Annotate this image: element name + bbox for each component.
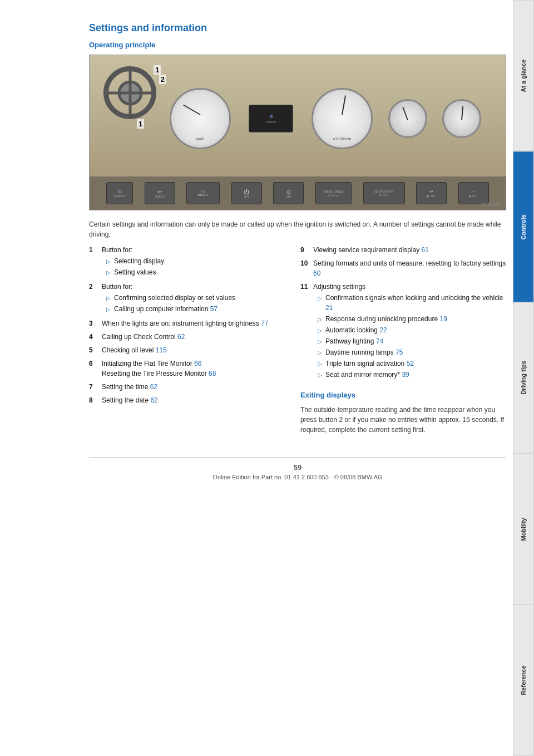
- exiting-title: Exiting displays: [300, 391, 506, 399]
- right-column: 9 Viewing service requirement display 61…: [300, 245, 506, 440]
- item-4-content: Calling up Check Control 62: [102, 332, 284, 342]
- arrow-icon: ▷: [318, 294, 322, 313]
- item-6-num: 6: [89, 359, 97, 379]
- item-10-num: 10: [300, 258, 309, 278]
- arrow-icon: ▷: [106, 257, 111, 266]
- item-1: 1 Button for: ▷ Selecting display ▷ Sett…: [89, 245, 284, 278]
- dash-label-1b: 1: [137, 119, 144, 129]
- page-footer: 59 Online Edition for Part no. 01 41 2 6…: [89, 457, 506, 480]
- description-text: Certain settings and information can onl…: [89, 219, 506, 239]
- item-2-content: Button for: ▷ Confirming selected displa…: [102, 282, 284, 315]
- item-4-num: 4: [89, 332, 97, 342]
- arrow-icon: ▷: [318, 371, 322, 380]
- item-9-content: Viewing service requirement display 61: [313, 245, 506, 255]
- item-6-content: Initializing the Flat Tire Monitor 66 Re…: [102, 359, 284, 379]
- item-11-num: 11: [300, 282, 309, 381]
- arrow-icon: ▷: [318, 326, 322, 335]
- item-10: 10 Setting formats and units of measure,…: [300, 258, 506, 278]
- item-7-content: Setting the time 62: [102, 382, 284, 392]
- exiting-text: The outside-temperature reading and the …: [300, 405, 506, 435]
- item-7: 7 Setting the time 62: [89, 382, 284, 392]
- item-8-num: 8: [89, 395, 97, 405]
- item-1-sub-1: ▷ Selecting display: [106, 256, 284, 266]
- item-11: 11 Adjusting settings ▷ Confirmation sig…: [300, 282, 506, 381]
- item-11-sub-6: ▷ Triple turn signal activation 52: [318, 359, 506, 369]
- btn-3-label: 3: [118, 209, 121, 210]
- item-4: 4 Calling up Check Control 62: [89, 332, 284, 342]
- item-5-num: 5: [89, 345, 97, 355]
- item-1-num: 1: [89, 245, 97, 278]
- item-5-content: Checking oil level 115: [102, 345, 284, 355]
- item-9: 9 Viewing service requirement display 61: [300, 245, 506, 255]
- main-content: Settings and information Operating princ…: [0, 0, 534, 756]
- footer-text: Online Edition for Part no. 01 41 2 600 …: [212, 474, 382, 480]
- exiting-section: Exiting displays The outside-temperature…: [300, 391, 506, 435]
- item-11-sub-4: ▷ Pathway lighting 74: [318, 336, 506, 346]
- item-11-content: Adjusting settings ▷ Confirmation signal…: [313, 282, 506, 381]
- item-6: 6 Initializing the Flat Tire Monitor 66 …: [89, 359, 284, 379]
- page-title: Settings and information: [89, 22, 506, 34]
- btn-5-label: 5: [202, 209, 205, 210]
- item-9-num: 9: [300, 245, 309, 255]
- item-11-sub-3: ▷ Automatic locking 22: [318, 325, 506, 335]
- item-2-num: 2: [89, 282, 97, 315]
- btn-8-label: 8: [332, 209, 335, 210]
- watermark: E31Z1E24: [482, 202, 503, 207]
- two-column-layout: 1 Button for: ▷ Selecting display ▷ Sett…: [89, 245, 506, 440]
- dash-label-1: 1: [154, 65, 161, 75]
- item-5: 5 Checking oil level 115: [89, 345, 284, 355]
- arrow-icon: ▷: [318, 315, 322, 324]
- operating-principle-title: Operating principle: [89, 41, 506, 49]
- arrow-icon: ▷: [318, 337, 322, 346]
- item-11-sub-5: ▷ Daytime running lamps 75: [318, 347, 506, 357]
- btn-10-label: 10: [429, 209, 434, 210]
- left-column: 1 Button for: ▷ Selecting display ▷ Sett…: [89, 245, 284, 440]
- arrow-icon: ▷: [106, 294, 111, 303]
- btn-7-label: 7: [287, 209, 290, 210]
- item-2-sub-2: ▷ Calling up computer information 57: [106, 304, 284, 314]
- arrow-icon: ▷: [318, 360, 322, 369]
- item-8-content: Setting the date 62: [102, 395, 284, 405]
- item-3: 3 When the lights are on: instrument lig…: [89, 318, 284, 328]
- item-2-sub-1: ▷ Confirming selected display or set val…: [106, 293, 284, 303]
- btn-6-label: 6: [245, 209, 248, 210]
- page-number: 59: [89, 463, 506, 472]
- btn-4-label: 4: [159, 209, 161, 210]
- arrow-icon: ▷: [106, 268, 111, 277]
- dashboard-image: 2 km/h ⚙ 000000: [89, 55, 506, 210]
- item-11-sub-7: ▷ Seat and mirror memory* 39: [318, 370, 506, 380]
- item-1-content: Button for: ▷ Selecting display ▷ Settin…: [102, 245, 284, 278]
- btn-11-label: 11: [471, 209, 476, 210]
- item-11-sub-1: ▷ Confirmation signals when locking and …: [318, 293, 506, 313]
- item-1-sub-2: ▷ Setting values: [106, 267, 284, 277]
- item-2: 2 Button for: ▷ Confirming selected disp…: [89, 282, 284, 315]
- arrow-icon: ▷: [106, 305, 111, 314]
- arrow-icon: ▷: [318, 348, 322, 357]
- btn-9-label: 9: [383, 209, 385, 210]
- item-7-num: 7: [89, 382, 97, 392]
- item-3-num: 3: [89, 318, 97, 328]
- item-8: 8 Setting the date 62: [89, 395, 284, 405]
- item-11-sub-2: ▷ Response during unlocking procedure 19: [318, 314, 506, 324]
- item-3-content: When the lights are on: instrument light…: [102, 318, 284, 328]
- item-10-content: Setting formats and units of measure, re…: [313, 258, 506, 278]
